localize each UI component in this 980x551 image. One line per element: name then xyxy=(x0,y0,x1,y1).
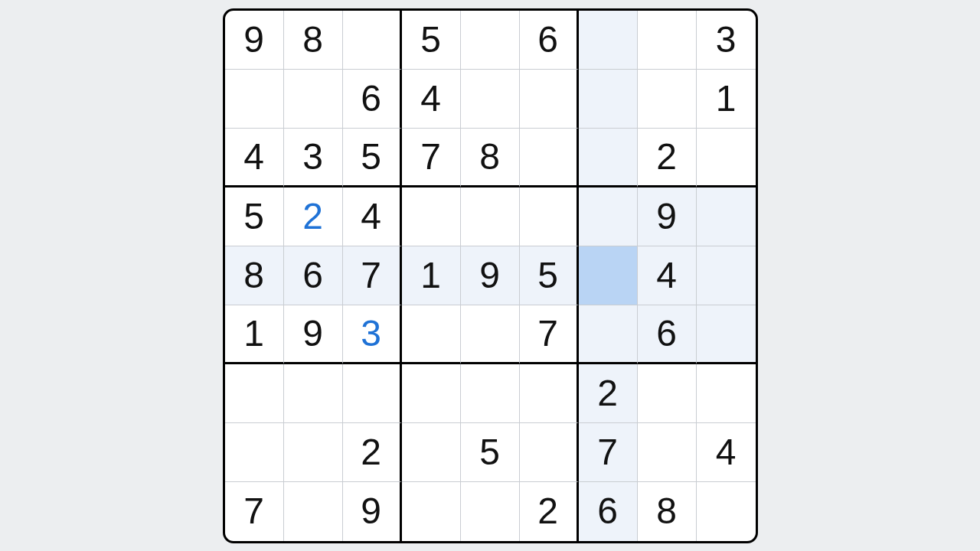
sudoku-cell-r5-c4[interactable] xyxy=(461,305,520,364)
sudoku-cell-r0-c7[interactable] xyxy=(638,11,697,70)
sudoku-cell-r2-c7[interactable]: 2 xyxy=(638,129,697,187)
sudoku-cell-r5-c0[interactable]: 1 xyxy=(225,305,284,364)
sudoku-cell-r6-c7[interactable] xyxy=(638,364,697,423)
sudoku-cell-r0-c2[interactable] xyxy=(343,11,402,70)
sudoku-cell-r5-c1[interactable]: 9 xyxy=(284,305,343,364)
sudoku-cell-r0-c8[interactable]: 3 xyxy=(697,11,756,70)
sudoku-cell-r2-c8[interactable] xyxy=(697,129,756,187)
sudoku-cell-r5-c2[interactable]: 3 xyxy=(343,305,402,364)
sudoku-cell-r0-c3[interactable]: 5 xyxy=(402,11,461,70)
sudoku-cell-r0-c4[interactable] xyxy=(461,11,520,70)
sudoku-stage: 9856364143578252498671954193762257479268 xyxy=(0,0,980,551)
sudoku-cell-r3-c0[interactable]: 5 xyxy=(225,187,284,246)
sudoku-cell-r7-c0[interactable] xyxy=(225,423,284,482)
sudoku-cell-r8-c1[interactable] xyxy=(284,482,343,541)
sudoku-cell-r3-c1[interactable]: 2 xyxy=(284,187,343,246)
sudoku-cell-r8-c4[interactable] xyxy=(461,482,520,541)
sudoku-cell-r6-c8[interactable] xyxy=(697,364,756,423)
sudoku-cell-r6-c0[interactable] xyxy=(225,364,284,423)
sudoku-cell-r3-c3[interactable] xyxy=(402,187,461,246)
sudoku-cell-r6-c2[interactable] xyxy=(343,364,402,423)
sudoku-cell-r3-c4[interactable] xyxy=(461,187,520,246)
sudoku-cell-r1-c0[interactable] xyxy=(225,70,284,129)
sudoku-cell-r2-c4[interactable]: 8 xyxy=(461,129,520,187)
sudoku-cell-r3-c7[interactable]: 9 xyxy=(638,187,697,246)
sudoku-cell-r0-c0[interactable]: 9 xyxy=(225,11,284,70)
sudoku-cell-r7-c3[interactable] xyxy=(402,423,461,482)
sudoku-cell-r3-c6[interactable] xyxy=(579,187,638,246)
sudoku-cell-r2-c6[interactable] xyxy=(579,129,638,187)
sudoku-cell-r6-c4[interactable] xyxy=(461,364,520,423)
sudoku-cell-r7-c7[interactable] xyxy=(638,423,697,482)
sudoku-cell-r1-c2[interactable]: 6 xyxy=(343,70,402,129)
sudoku-cell-r4-c8[interactable] xyxy=(697,246,756,305)
sudoku-cell-r8-c0[interactable]: 7 xyxy=(225,482,284,541)
sudoku-cell-r1-c6[interactable] xyxy=(579,70,638,129)
sudoku-cell-r3-c2[interactable]: 4 xyxy=(343,187,402,246)
sudoku-cell-r2-c1[interactable]: 3 xyxy=(284,129,343,187)
sudoku-cell-r1-c5[interactable] xyxy=(520,70,579,129)
sudoku-cell-r5-c5[interactable]: 7 xyxy=(520,305,579,364)
sudoku-cell-r4-c0[interactable]: 8 xyxy=(225,246,284,305)
sudoku-cell-r4-c1[interactable]: 6 xyxy=(284,246,343,305)
sudoku-cell-r7-c4[interactable]: 5 xyxy=(461,423,520,482)
sudoku-cell-r2-c0[interactable]: 4 xyxy=(225,129,284,187)
sudoku-cell-r4-c4[interactable]: 9 xyxy=(461,246,520,305)
sudoku-cell-r1-c7[interactable] xyxy=(638,70,697,129)
sudoku-cell-r6-c1[interactable] xyxy=(284,364,343,423)
sudoku-cell-r7-c2[interactable]: 2 xyxy=(343,423,402,482)
sudoku-cell-r0-c6[interactable] xyxy=(579,11,638,70)
sudoku-cell-r8-c3[interactable] xyxy=(402,482,461,541)
sudoku-cell-r7-c1[interactable] xyxy=(284,423,343,482)
sudoku-cell-r4-c7[interactable]: 4 xyxy=(638,246,697,305)
sudoku-cell-r5-c7[interactable]: 6 xyxy=(638,305,697,364)
sudoku-cell-r1-c4[interactable] xyxy=(461,70,520,129)
sudoku-board: 9856364143578252498671954193762257479268 xyxy=(223,8,758,543)
sudoku-cell-r5-c8[interactable] xyxy=(697,305,756,364)
sudoku-cell-r2-c5[interactable] xyxy=(520,129,579,187)
sudoku-cell-r7-c5[interactable] xyxy=(520,423,579,482)
sudoku-cell-r8-c5[interactable]: 2 xyxy=(520,482,579,541)
sudoku-cell-r4-c3[interactable]: 1 xyxy=(402,246,461,305)
sudoku-cell-r8-c7[interactable]: 8 xyxy=(638,482,697,541)
sudoku-cell-r4-c6[interactable] xyxy=(579,246,638,305)
sudoku-cell-r3-c8[interactable] xyxy=(697,187,756,246)
sudoku-cell-r6-c5[interactable] xyxy=(520,364,579,423)
sudoku-cell-r2-c3[interactable]: 7 xyxy=(402,129,461,187)
sudoku-cell-r0-c5[interactable]: 6 xyxy=(520,11,579,70)
sudoku-cell-r8-c6[interactable]: 6 xyxy=(579,482,638,541)
sudoku-cell-r4-c5[interactable]: 5 xyxy=(520,246,579,305)
sudoku-cell-r6-c6[interactable]: 2 xyxy=(579,364,638,423)
sudoku-cell-r8-c2[interactable]: 9 xyxy=(343,482,402,541)
sudoku-cell-r5-c6[interactable] xyxy=(579,305,638,364)
sudoku-cell-r5-c3[interactable] xyxy=(402,305,461,364)
sudoku-cell-r6-c3[interactable] xyxy=(402,364,461,423)
sudoku-cell-r2-c2[interactable]: 5 xyxy=(343,129,402,187)
sudoku-cell-r0-c1[interactable]: 8 xyxy=(284,11,343,70)
sudoku-cell-r7-c8[interactable]: 4 xyxy=(697,423,756,482)
sudoku-cell-r7-c6[interactable]: 7 xyxy=(579,423,638,482)
sudoku-cell-r1-c1[interactable] xyxy=(284,70,343,129)
sudoku-cell-r8-c8[interactable] xyxy=(697,482,756,541)
sudoku-cell-r3-c5[interactable] xyxy=(520,187,579,246)
sudoku-cell-r4-c2[interactable]: 7 xyxy=(343,246,402,305)
sudoku-cell-r1-c3[interactable]: 4 xyxy=(402,70,461,129)
sudoku-cell-r1-c8[interactable]: 1 xyxy=(697,70,756,129)
